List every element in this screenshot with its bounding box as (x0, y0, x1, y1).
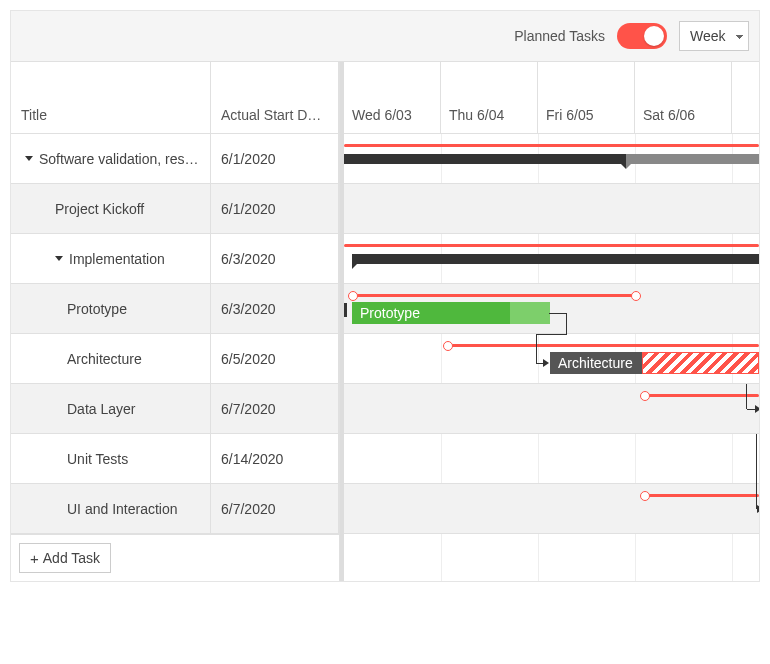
summary-bar[interactable] (344, 154, 626, 164)
summary-bar[interactable] (352, 254, 759, 264)
task-title: Data Layer (67, 401, 135, 417)
task-start: 6/14/2020 (211, 434, 339, 483)
timescale-select[interactable]: Week (679, 21, 749, 51)
column-header-actual-start[interactable]: Actual Start D… (211, 62, 339, 133)
task-start: 6/5/2020 (211, 334, 339, 383)
task-start: 6/1/2020 (211, 134, 339, 183)
task-title: Software validation, res… (39, 151, 199, 167)
caret-down-icon[interactable] (25, 156, 33, 161)
table-row[interactable]: Architecture 6/5/2020 (11, 334, 339, 384)
summary-bar-progress (626, 154, 759, 164)
arrow-right-icon (757, 505, 759, 513)
gantt-grid: Title Actual Start D… Software validatio… (11, 61, 759, 581)
gantt-timeline[interactable]: Wed 6/03 Thu 6/04 Fri 6/05 Sat 6/06 (340, 62, 759, 581)
planned-bar[interactable] (344, 144, 759, 147)
task-title: Unit Tests (67, 451, 128, 467)
timeline-row: Architecture (344, 334, 759, 384)
task-title: Implementation (69, 251, 165, 267)
dependency-link (566, 313, 567, 334)
task-start: 6/7/2020 (211, 384, 339, 433)
task-start: 6/7/2020 (211, 484, 339, 533)
table-row[interactable]: Unit Tests 6/14/2020 (11, 434, 339, 484)
planned-bar[interactable] (344, 244, 759, 247)
timeline-day: Fri 6/05 (538, 62, 635, 133)
timeline-row (344, 484, 759, 534)
timeline-row (344, 184, 759, 234)
caret-down-icon[interactable] (55, 256, 63, 261)
plus-icon: + (30, 551, 39, 566)
dependency-link (746, 384, 747, 409)
task-start: 6/1/2020 (211, 184, 339, 233)
add-task-button[interactable]: + Add Task (19, 543, 111, 573)
task-title: Architecture (67, 351, 142, 367)
timeline-day: Sat 6/06 (635, 62, 732, 133)
table-row[interactable]: Implementation 6/3/2020 (11, 234, 339, 284)
planned-bar[interactable] (447, 344, 759, 347)
timeline-row (344, 134, 759, 184)
dependency-link (747, 409, 755, 410)
dependency-link (536, 334, 537, 363)
table-row[interactable]: UI and Interaction 6/7/2020 (11, 484, 339, 534)
table-row[interactable]: Data Layer 6/7/2020 (11, 384, 339, 434)
timeline-header: Wed 6/03 Thu 6/04 Fri 6/05 Sat 6/06 (344, 62, 759, 134)
timeline-row (344, 434, 759, 484)
planned-bar[interactable] (644, 494, 759, 497)
timeline-day: Thu 6/04 (441, 62, 538, 133)
task-table-footer: + Add Task (11, 534, 339, 581)
gantt-toolbar: Planned Tasks Week (11, 11, 759, 61)
task-start: 6/3/2020 (211, 284, 339, 333)
planned-bar[interactable] (644, 394, 759, 397)
dependency-link (549, 313, 566, 314)
table-row[interactable]: Project Kickoff 6/1/2020 (11, 184, 339, 234)
dependency-link (756, 434, 757, 484)
task-title: UI and Interaction (67, 501, 178, 517)
table-row[interactable]: Software validation, res… 6/1/2020 (11, 134, 339, 184)
task-title: Prototype (67, 301, 127, 317)
task-bar-architecture-remaining[interactable] (642, 352, 759, 374)
timeline-row (344, 234, 759, 284)
planned-bar[interactable] (352, 294, 637, 297)
task-table-header: Title Actual Start D… (11, 62, 339, 134)
planned-tasks-toggle[interactable] (617, 23, 667, 49)
task-start: 6/3/2020 (211, 234, 339, 283)
actual-start-marker (344, 303, 347, 317)
task-table: Title Actual Start D… Software validatio… (11, 62, 340, 581)
arrow-right-icon (755, 405, 759, 413)
timeline-day: Wed 6/03 (344, 62, 441, 133)
timeline-row (344, 384, 759, 434)
task-bar-prototype[interactable]: Prototype (352, 302, 550, 324)
table-row[interactable]: Prototype 6/3/2020 (11, 284, 339, 334)
timeline-row: Prototype (344, 284, 759, 334)
task-title: Project Kickoff (55, 201, 144, 217)
planned-tasks-label: Planned Tasks (514, 28, 605, 44)
column-header-title[interactable]: Title (11, 62, 211, 133)
arrow-right-icon (543, 359, 549, 367)
task-bar-architecture[interactable]: Architecture (550, 352, 642, 374)
